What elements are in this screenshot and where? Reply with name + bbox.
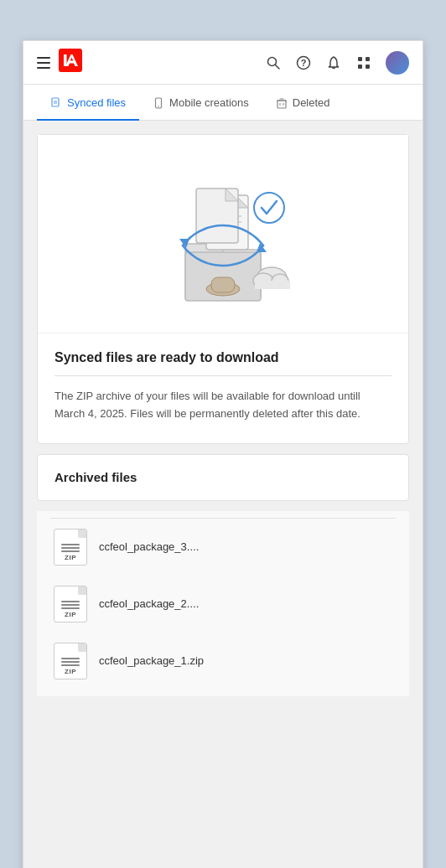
tab-deleted[interactable]: Deleted xyxy=(262,85,344,121)
main-content: Synced files are ready to download The Z… xyxy=(23,121,423,868)
header: ? xyxy=(23,41,423,85)
file-name-2: ccfeol_package_1.zip xyxy=(99,654,204,667)
svg-rect-35 xyxy=(255,281,290,289)
zip-label-1: ZIP xyxy=(65,611,76,618)
archived-card: Archived files xyxy=(37,454,409,501)
zip-icon-1: ZIP xyxy=(54,586,87,623)
header-icons: ? xyxy=(265,51,409,75)
search-icon[interactable] xyxy=(265,54,282,71)
hamburger-icon[interactable] xyxy=(37,57,50,69)
file-item-1[interactable]: ZIP ccfeol_package_2.... xyxy=(37,576,409,633)
svg-rect-9 xyxy=(52,98,59,106)
header-left xyxy=(37,49,265,77)
info-card-text: Synced files are ready to download The Z… xyxy=(38,333,408,443)
tab-deleted-label: Deleted xyxy=(293,96,330,109)
info-card: Synced files are ready to download The Z… xyxy=(37,134,409,444)
tab-synced-files[interactable]: Synced files xyxy=(37,85,139,121)
info-card-description: The ZIP archive of your files will be av… xyxy=(54,388,392,423)
svg-rect-37 xyxy=(211,277,235,292)
adobe-logo xyxy=(59,49,82,77)
grid-icon[interactable] xyxy=(355,54,372,71)
help-icon[interactable]: ? xyxy=(295,54,312,71)
tab-mobile-creations[interactable]: Mobile creations xyxy=(139,85,262,121)
app-window: ? xyxy=(23,40,423,868)
file-list: ZIP ccfeol_package_3.... ZIP ccfeol_pack… xyxy=(37,511,409,696)
archived-title: Archived files xyxy=(54,470,137,484)
avatar[interactable] xyxy=(386,51,409,75)
file-name-0: ccfeol_package_3.... xyxy=(99,540,199,553)
tab-synced-label: Synced files xyxy=(67,96,126,109)
svg-rect-5 xyxy=(358,57,362,61)
svg-text:?: ? xyxy=(301,58,307,68)
info-card-title: Synced files are ready to download xyxy=(54,350,392,365)
file-item-0[interactable]: ZIP ccfeol_package_3.... xyxy=(37,519,409,576)
zip-icon-2: ZIP xyxy=(54,643,87,679)
zip-icon-0: ZIP xyxy=(54,529,87,566)
tabs-bar: Synced files Mobile creations Deleted xyxy=(23,85,423,121)
svg-rect-8 xyxy=(366,65,370,69)
svg-point-13 xyxy=(158,106,159,107)
file-name-1: ccfeol_package_2.... xyxy=(99,597,199,610)
zip-label-0: ZIP xyxy=(65,554,76,561)
zip-label-2: ZIP xyxy=(65,668,76,675)
svg-rect-6 xyxy=(366,57,370,61)
svg-point-31 xyxy=(254,193,284,223)
svg-rect-14 xyxy=(277,101,286,108)
file-item-2[interactable]: ZIP ccfeol_package_1.zip xyxy=(37,633,409,690)
svg-rect-7 xyxy=(358,65,362,69)
illustration-area xyxy=(38,135,408,333)
bell-icon[interactable] xyxy=(325,54,342,71)
svg-line-2 xyxy=(276,65,280,69)
card-divider xyxy=(54,375,392,376)
archived-header: Archived files xyxy=(38,455,408,500)
tab-mobile-label: Mobile creations xyxy=(169,96,249,109)
